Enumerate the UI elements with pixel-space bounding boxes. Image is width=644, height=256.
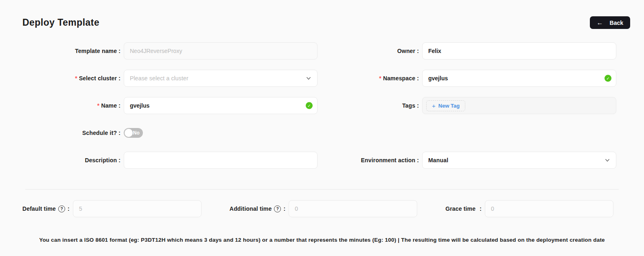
page-header: Deploy Template ← Back [0,0,644,29]
required-mark: * [75,75,77,82]
toggle-state-label: No [133,130,140,136]
name-control: ✓ [124,97,318,114]
section-divider [25,189,619,190]
toggle-knob-icon [125,129,133,137]
default-time-input[interactable] [73,200,202,217]
select-cluster-placeholder: Please select a cluster [130,75,306,82]
new-tag-button[interactable]: + New Tag [426,100,465,111]
back-button-label: Back [610,20,623,26]
required-mark: * [379,75,381,82]
back-button[interactable]: ← Back [590,16,630,29]
additional-time-input[interactable] [289,200,417,217]
default-time-label: Default time ? : [22,205,70,212]
name-label: * Name: [22,97,120,114]
template-name-label: Template name: [22,42,120,60]
tags-field: + New Tag [422,97,616,114]
select-cluster-control: Please select a cluster [124,70,318,87]
owner-label: Owner: [321,42,419,60]
environment-action-value: Manual [428,157,605,163]
namespace-input[interactable] [422,70,616,87]
description-control [124,152,318,169]
default-time-group: Default time ? : [22,200,202,217]
namespace-control: ✓ [422,70,616,87]
plus-icon: + [432,102,436,109]
schedule-label: Schedule it?: [22,124,120,141]
time-format-note: You can insert a ISO 8601 format (eg: P3… [0,237,644,243]
required-mark: * [97,102,100,109]
schedule-control: No [124,124,318,141]
environment-action-control: Manual [422,152,616,169]
name-input[interactable] [124,97,318,114]
tags-label: Tags: [321,97,419,114]
additional-time-group: Additional time ? : [230,200,417,217]
schedule-toggle[interactable]: No [124,128,143,138]
new-tag-label: New Tag [438,103,460,109]
owner-control [422,42,616,60]
help-icon[interactable]: ? [274,205,281,212]
tags-control: + New Tag [422,97,616,114]
help-icon[interactable]: ? [58,205,65,212]
grace-time-group: Grace time: [445,200,613,217]
success-check-icon: ✓ [306,102,313,109]
select-cluster-label: * Select cluster: [22,70,120,87]
template-name-input [124,42,318,60]
select-cluster-dropdown[interactable]: Please select a cluster [124,70,318,87]
arrow-left-icon: ← [597,20,603,26]
template-name-control [124,42,318,60]
page-title: Deploy Template [22,17,99,28]
environment-action-label: Environment action: [321,152,419,169]
deploy-template-page: Deploy Template ← Back Template name: Ow… [0,0,644,256]
time-settings-row: Default time ? : Additional time ? : Gra… [22,200,613,217]
chevron-down-icon [605,157,610,163]
additional-time-label: Additional time ? : [230,205,285,212]
namespace-label: * Namespace: [321,70,419,87]
deploy-form: Template name: Owner: * Select cluster: … [22,42,644,169]
grace-time-label: Grace time: [445,205,482,212]
owner-input[interactable] [422,42,616,60]
environment-action-dropdown[interactable]: Manual [422,152,616,169]
description-input[interactable] [124,152,318,169]
description-label: Description: [22,152,120,169]
grace-time-input[interactable] [485,200,613,217]
success-check-icon: ✓ [605,75,611,82]
chevron-down-icon [306,75,311,81]
